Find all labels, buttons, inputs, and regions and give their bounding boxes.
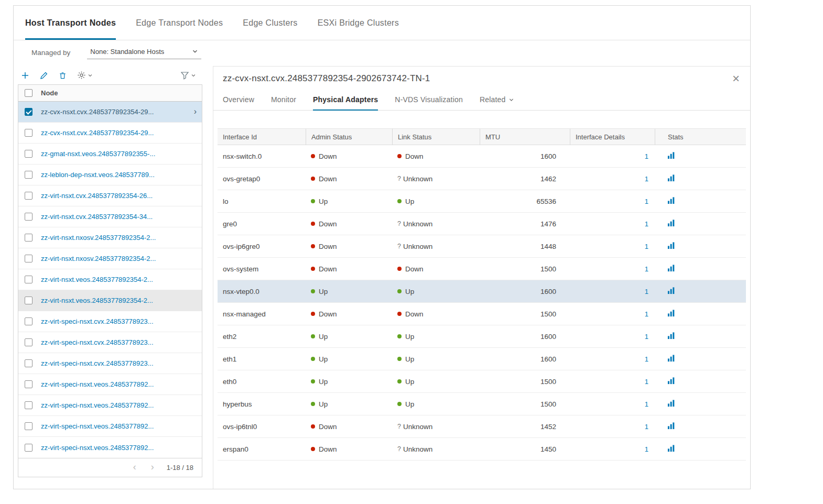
interface-details-link[interactable]: 1	[645, 378, 648, 386]
node-link[interactable]: zz-virt-speci-nsxt.veos.2485377892...	[41, 401, 202, 409]
adapter-row[interactable]: nsx-switch.0DownDown16001	[218, 145, 746, 168]
node-row[interactable]: zz-gmat-nsxt.veos.2485377892355-...	[18, 144, 202, 165]
prev-page-icon[interactable]: ‹	[126, 462, 144, 473]
adapter-row[interactable]: ovs-gretap0Down?Unknown14621	[218, 168, 746, 190]
node-row[interactable]: zz-virt-nsxt.nxosv.2485377892354-2...	[18, 248, 202, 269]
node-row[interactable]: zz-virt-speci-nsxt.veos.2485377892...	[18, 395, 202, 416]
interface-details-link[interactable]: 1	[645, 288, 648, 295]
node-link[interactable]: zz-virt-nsxt.nxosv.2485377892354-2...	[41, 255, 202, 262]
adapter-row[interactable]: nsx-managedDownDown15001	[218, 303, 746, 325]
node-row[interactable]: zz-virt-speci-nsxt.veos.2485377892...	[18, 416, 202, 437]
stats-chart-icon[interactable]	[667, 444, 675, 452]
node-row[interactable]: zz-virt-nsxt.nxosv.2485377892354-2...	[18, 227, 202, 248]
interface-details-link[interactable]: 1	[645, 310, 648, 318]
node-checkbox[interactable]	[25, 276, 33, 283]
tab-edge-clusters[interactable]: Edge Clusters	[243, 6, 297, 40]
node-checkbox[interactable]	[25, 150, 33, 158]
adapter-row[interactable]: nsx-vtep0.0UpUp16001	[218, 280, 746, 303]
stats-chart-icon[interactable]	[667, 287, 675, 294]
stats-chart-icon[interactable]	[667, 264, 675, 272]
interface-details-link[interactable]: 1	[645, 400, 648, 408]
node-link[interactable]: zz-virt-speci-nsxt.cvx.24853778923...	[41, 359, 202, 367]
adapter-row[interactable]: loUpUp655361	[218, 190, 746, 213]
adapter-row[interactable]: eth0UpUp15001	[218, 370, 746, 393]
stats-chart-icon[interactable]	[667, 242, 675, 249]
node-row[interactable]: zz-cvx-nsxt.cvx.2485377892354-29...	[18, 123, 202, 144]
node-link[interactable]: zz-virt-speci-nsxt.cvx.24853778923...	[41, 338, 202, 346]
node-row[interactable]: zz-virt-speci-nsxt.veos.2485377892...	[18, 374, 202, 395]
node-link[interactable]: zz-cvx-nsxt.cvx.2485377892354-29...	[41, 108, 192, 116]
tab-edge-transport-nodes[interactable]: Edge Transport Nodes	[136, 6, 223, 40]
node-link[interactable]: zz-virt-nsxt.nxosv.2485377892354-2...	[41, 234, 202, 242]
node-link[interactable]: zz-virt-speci-nsxt.cvx.24853778923...	[41, 317, 202, 325]
adapter-row[interactable]: erspan0Down?Unknown14501	[218, 438, 746, 461]
adapter-row[interactable]: hyperbusUpUp15001	[218, 393, 746, 415]
node-row[interactable]: zz-virt-nsxt.cvx.2485377892354-26...	[18, 185, 202, 206]
node-link[interactable]: zz-virt-nsxt.veos.2485377892354-2...	[41, 297, 202, 304]
stats-chart-icon[interactable]	[667, 332, 675, 339]
node-row[interactable]: zz-virt-speci-nsxt.cvx.24853778923...	[18, 332, 202, 353]
node-checkbox[interactable]	[25, 359, 33, 367]
node-checkbox[interactable]	[25, 297, 33, 304]
node-row[interactable]: zz-cvx-nsxt.cvx.2485377892354-29...›	[18, 102, 202, 123]
stats-chart-icon[interactable]	[667, 309, 675, 317]
edit-icon[interactable]	[40, 71, 48, 80]
node-checkbox[interactable]	[25, 234, 33, 242]
stats-chart-icon[interactable]	[667, 151, 675, 159]
node-row[interactable]: zz-virt-speci-nsxt.cvx.24853778923...	[18, 353, 202, 374]
node-checkbox[interactable]	[25, 317, 33, 325]
node-row[interactable]: zz-virt-nsxt.veos.2485377892354-2...	[18, 290, 202, 311]
tab-esxi-bridge-clusters[interactable]: ESXi Bridge Clusters	[318, 6, 399, 40]
node-checkbox[interactable]	[25, 171, 33, 179]
select-all-checkbox[interactable]	[25, 89, 33, 97]
adapter-row[interactable]: gre0Down?Unknown14761	[218, 213, 746, 235]
adapter-row[interactable]: eth1UpUp16001	[218, 348, 746, 370]
node-checkbox[interactable]	[25, 401, 33, 409]
node-checkbox[interactable]	[25, 213, 33, 221]
node-link[interactable]: zz-virt-speci-nsxt.veos.2485377892...	[41, 444, 202, 452]
settings-gear-icon[interactable]	[77, 71, 93, 80]
node-link[interactable]: zz-gmat-nsxt.veos.2485377892355-...	[41, 150, 202, 158]
node-checkbox[interactable]	[25, 422, 33, 430]
adapter-row[interactable]: ovs-ip6gre0Down?Unknown14481	[218, 235, 746, 258]
node-checkbox[interactable]	[25, 108, 33, 116]
interface-details-link[interactable]: 1	[645, 152, 648, 160]
node-checkbox[interactable]	[25, 380, 33, 388]
add-icon[interactable]	[21, 71, 29, 80]
interface-details-link[interactable]: 1	[645, 198, 648, 205]
close-icon[interactable]: ×	[731, 72, 741, 85]
interface-details-link[interactable]: 1	[645, 355, 648, 363]
node-link[interactable]: zz-virt-speci-nsxt.veos.2485377892...	[41, 422, 202, 430]
node-checkbox[interactable]	[25, 338, 33, 346]
next-page-icon[interactable]: ›	[144, 462, 161, 473]
node-link[interactable]: zz-virt-nsxt.cvx.2485377892354-26...	[41, 192, 202, 200]
node-link[interactable]: zz-virt-nsxt.cvx.2485377892354-34...	[41, 213, 202, 221]
adapter-row[interactable]: ovs-ip6tnl0Down?Unknown14521	[218, 415, 746, 438]
interface-details-link[interactable]: 1	[645, 423, 648, 431]
stats-chart-icon[interactable]	[667, 377, 675, 385]
detail-tab-monitor[interactable]: Monitor	[271, 91, 296, 111]
stats-chart-icon[interactable]	[667, 422, 675, 430]
filter-icon[interactable]	[180, 71, 196, 80]
adapter-row[interactable]: eth2UpUp16001	[218, 325, 746, 348]
managed-by-dropdown[interactable]: None: Standalone Hosts	[87, 46, 201, 59]
node-row[interactable]: zz-virt-nsxt.cvx.2485377892354-34...	[18, 206, 202, 227]
interface-details-link[interactable]: 1	[645, 445, 648, 453]
node-link[interactable]: zz-cvx-nsxt.cvx.2485377892354-29...	[41, 129, 202, 137]
interface-details-link[interactable]: 1	[645, 333, 648, 341]
interface-details-link[interactable]: 1	[645, 220, 648, 228]
node-checkbox[interactable]	[25, 255, 33, 262]
delete-icon[interactable]	[59, 71, 67, 80]
node-row[interactable]: zz-virt-speci-nsxt.cvx.24853778923...	[18, 311, 202, 332]
node-checkbox[interactable]	[25, 444, 33, 452]
adapter-row[interactable]: ovs-systemDownDown15001	[218, 258, 746, 280]
stats-chart-icon[interactable]	[667, 354, 675, 362]
stats-chart-icon[interactable]	[667, 399, 675, 407]
node-link[interactable]: zz-virt-speci-nsxt.veos.2485377892...	[41, 380, 202, 388]
stats-chart-icon[interactable]	[667, 174, 675, 182]
node-link[interactable]: zz-leblon-dep-nsxt.veos.248537789...	[41, 171, 202, 179]
stats-chart-icon[interactable]	[667, 219, 675, 227]
node-row[interactable]: zz-virt-speci-nsxt.veos.2485377892...	[18, 437, 202, 458]
node-row[interactable]: zz-virt-nsxt.veos.2485377892354-2...	[18, 269, 202, 290]
interface-details-link[interactable]: 1	[645, 175, 648, 183]
